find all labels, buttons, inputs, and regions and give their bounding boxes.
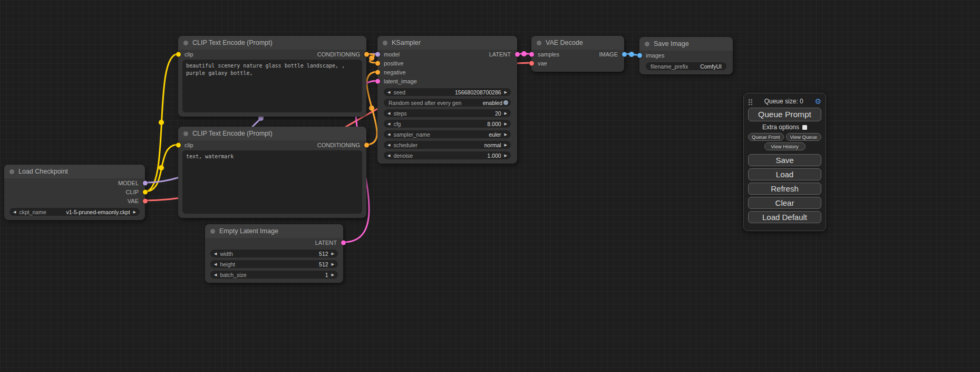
widget-random-seed-toggle[interactable]: Random seed after every gen enabled (384, 99, 511, 107)
output-dot-model[interactable] (143, 180, 148, 185)
widget-label: sampler_name (393, 131, 430, 138)
widget-cfg[interactable]: ◀ cfg 8.000 ▶ (384, 120, 511, 128)
clear-button[interactable]: Clear (748, 197, 821, 209)
node-load-checkpoint[interactable]: Load Checkpoint MODEL CLIP VAE ◀ ckpt_na… (4, 165, 145, 220)
widget-batch-size[interactable]: ◀ batch_size 1 ▶ (210, 271, 338, 279)
collapse-toggle-icon[interactable] (183, 41, 188, 45)
next-arrow-icon[interactable]: ▶ (504, 141, 507, 149)
slot-label: negative (384, 69, 406, 75)
load-button[interactable]: Load (748, 168, 821, 180)
queue-front-button[interactable]: Queue Front (748, 133, 784, 141)
next-arrow-icon[interactable]: ▶ (504, 130, 507, 138)
output-dot-conditioning[interactable] (364, 52, 369, 56)
settings-gear-icon[interactable]: ⚙ (814, 98, 821, 105)
node-clip-text-encode-positive[interactable]: CLIP Text Encode (Prompt) clip CONDITION… (178, 36, 366, 117)
prev-arrow-icon[interactable]: ◀ (387, 130, 390, 138)
output-dot-image[interactable] (622, 52, 627, 56)
output-dot-vae[interactable] (143, 198, 148, 203)
increment-arrow-icon[interactable]: ▶ (504, 88, 507, 96)
widget-width[interactable]: ◀ width 512 ▶ (210, 250, 338, 257)
increment-arrow-icon[interactable]: ▶ (504, 120, 507, 128)
increment-arrow-icon[interactable]: ▶ (332, 260, 334, 268)
input-dot-samples[interactable] (529, 52, 534, 56)
wire-dot-clip-2 (159, 165, 164, 170)
node-header[interactable]: KSampler (377, 36, 517, 50)
load-default-button[interactable]: Load Default (748, 211, 821, 223)
refresh-button[interactable]: Refresh (748, 183, 821, 195)
node-vae-decode[interactable]: VAE Decode samples IMAGE vae (531, 36, 624, 72)
output-dot-clip[interactable] (143, 189, 148, 194)
view-queue-button[interactable]: View Queue (786, 133, 822, 141)
decrement-arrow-icon[interactable]: ◀ (214, 260, 217, 268)
collapse-toggle-icon[interactable] (537, 41, 541, 45)
increment-arrow-icon[interactable]: ▶ (504, 109, 507, 117)
widget-denoise[interactable]: ◀ denoise 1.000 ▶ (384, 151, 511, 159)
input-dot-positive[interactable] (375, 61, 380, 65)
view-history-button[interactable]: View History (764, 142, 806, 150)
slot-row: clip CONDITIONING (178, 50, 366, 59)
widget-scheduler[interactable]: ◀ scheduler normal ▶ (384, 141, 511, 149)
slot-label: LATENT (489, 51, 511, 58)
node-save-image[interactable]: Save Image images filename_prefix ComfyU… (639, 37, 733, 74)
drag-handle-icon[interactable] (748, 98, 753, 105)
collapse-toggle-icon[interactable] (9, 169, 14, 174)
node-ksampler[interactable]: KSampler model LATENT positive negative … (377, 36, 517, 164)
queue-size-label: Queue size: 0 (753, 98, 814, 105)
output-dot-latent[interactable] (341, 240, 346, 245)
prev-arrow-icon[interactable]: ◀ (387, 141, 390, 149)
collapse-toggle-icon[interactable] (645, 42, 649, 46)
node-graph-canvas[interactable]: Load Checkpoint MODEL CLIP VAE ◀ ckpt_na… (0, 0, 980, 372)
toggle-dot-icon[interactable] (503, 100, 508, 105)
extra-options-checkbox[interactable] (802, 125, 807, 130)
prompt-text-input[interactable]: beautiful scenery nature glass bottle la… (182, 60, 362, 112)
widget-filename-prefix[interactable]: filename_prefix ComfyUI (646, 62, 726, 70)
input-dot-model[interactable] (375, 52, 380, 56)
output-dot-latent[interactable] (515, 52, 520, 56)
decrement-arrow-icon[interactable]: ◀ (214, 250, 217, 257)
prompt-text-input[interactable]: text, watermark (182, 150, 362, 214)
queue-panel-header: Queue size: 0 ⚙ (748, 97, 821, 106)
widget-steps[interactable]: ◀ steps 20 ▶ (384, 109, 511, 117)
node-empty-latent-image[interactable]: Empty Latent Image LATENT ◀ width 512 ▶ … (205, 224, 343, 283)
input-dot-latent-image[interactable] (375, 79, 380, 83)
collapse-toggle-icon[interactable] (383, 41, 387, 45)
input-dot-images[interactable] (637, 53, 642, 58)
slot-label: CLIP (126, 189, 139, 195)
save-button[interactable]: Save (748, 154, 821, 166)
widget-seed[interactable]: ◀ seed 156680208700286 ▶ (384, 88, 511, 96)
input-dot-negative[interactable] (375, 70, 380, 74)
increment-arrow-icon[interactable]: ▶ (332, 250, 334, 257)
input-dot-clip[interactable] (176, 52, 181, 56)
node-header[interactable]: Load Checkpoint (4, 165, 145, 178)
queue-prompt-button[interactable]: Queue Prompt (748, 108, 821, 121)
output-dot-conditioning[interactable] (364, 142, 369, 147)
decrement-arrow-icon[interactable]: ◀ (214, 271, 217, 279)
queue-small-buttons: Queue Front View Queue (748, 133, 821, 141)
increment-arrow-icon[interactable]: ▶ (332, 271, 334, 279)
decrement-arrow-icon[interactable]: ◀ (387, 151, 390, 159)
node-header[interactable]: Save Image (639, 37, 733, 51)
increment-arrow-icon[interactable]: ▶ (504, 151, 507, 159)
node-header[interactable]: CLIP Text Encode (Prompt) (178, 36, 366, 50)
decrement-arrow-icon[interactable]: ◀ (387, 120, 390, 128)
node-header[interactable]: CLIP Text Encode (Prompt) (178, 127, 366, 140)
decrement-arrow-icon[interactable]: ◀ (387, 88, 390, 96)
widget-height[interactable]: ◀ height 512 ▶ (210, 260, 338, 268)
node-header[interactable]: VAE Decode (531, 36, 624, 50)
input-dot-clip[interactable] (176, 142, 181, 147)
widget-ckpt-name[interactable]: ◀ ckpt_name v1-5-pruned-emaonly.ckpt ▶ (9, 208, 140, 216)
decrement-arrow-icon[interactable]: ◀ (387, 109, 390, 117)
widget-label: denoise (393, 152, 413, 159)
next-arrow-icon[interactable]: ▶ (133, 208, 136, 216)
prev-arrow-icon[interactable]: ◀ (13, 208, 16, 216)
widget-label: filename_prefix (651, 63, 688, 70)
node-clip-text-encode-negative[interactable]: CLIP Text Encode (Prompt) clip CONDITION… (178, 127, 366, 218)
collapse-toggle-icon[interactable] (183, 131, 188, 136)
wire-dot-cond-2 (369, 106, 374, 111)
input-slot-latent-image: latent_image (377, 77, 517, 85)
widget-value: 156680208700286 (455, 89, 501, 96)
input-dot-vae[interactable] (529, 61, 534, 65)
node-header[interactable]: Empty Latent Image (205, 224, 343, 238)
widget-sampler-name[interactable]: ◀ sampler_name euler ▶ (384, 130, 511, 138)
collapse-toggle-icon[interactable] (210, 229, 215, 234)
